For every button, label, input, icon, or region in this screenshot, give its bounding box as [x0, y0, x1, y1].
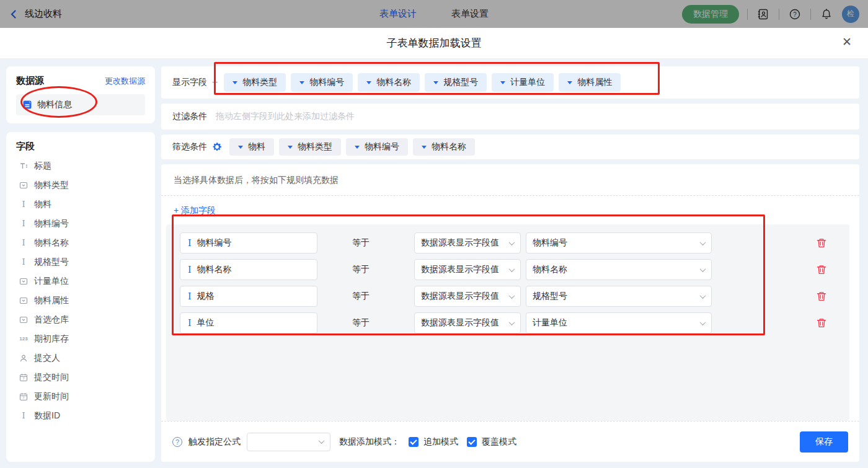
rule-field-box[interactable]: I物料编号 — [180, 232, 317, 254]
text-field-icon: I — [19, 219, 29, 229]
datasource-item[interactable]: 物料信息 — [16, 94, 145, 115]
dropdown-triangle-icon — [299, 81, 304, 84]
avatar[interactable]: 检 — [842, 6, 859, 23]
trash-icon[interactable] — [816, 317, 827, 329]
field-item[interactable]: 标题 — [16, 156, 145, 175]
field-item[interactable]: 123 期初库存 — [16, 329, 145, 348]
field-item-label: 物料 — [34, 199, 51, 210]
tab-form-design[interactable]: 表单设计 — [379, 8, 417, 20]
rule-target-select[interactable]: 物料名称 — [526, 259, 712, 280]
add-display-field-button[interactable]: + — [212, 77, 218, 88]
tag-label: 物料类型 — [298, 141, 332, 152]
close-icon[interactable]: ✕ — [842, 36, 852, 48]
field-item[interactable]: 物料属性 — [16, 291, 145, 310]
select-value: 数据源表显示字段值 — [421, 264, 499, 275]
display-field-tag[interactable]: 物料编号 — [291, 73, 353, 92]
chevron-down-icon — [700, 239, 706, 245]
rule-source-select[interactable]: 数据源表显示字段值 — [414, 259, 521, 280]
tag-label: 物料编号 — [365, 141, 399, 152]
rule-field-box[interactable]: I物料名称 — [180, 259, 317, 280]
bell-icon[interactable] — [819, 7, 834, 22]
field-item[interactable]: 提交人 — [16, 348, 145, 368]
field-item[interactable]: 首选仓库 — [16, 310, 145, 329]
rules-panel: I物料编号 等于 数据源表显示字段值 物料编号 I物料名称 等于 数据源表显示字… — [166, 224, 849, 421]
rules-card: 当选择具体数据后，将按如下规则填充数据 + 添加字段 I物料编号 等于 数据源表… — [161, 164, 859, 462]
contacts-icon[interactable] — [756, 7, 771, 22]
person-icon — [19, 353, 29, 363]
field-item[interactable]: 物料类型 — [16, 175, 145, 195]
override-mode-option[interactable]: 覆盖模式 — [467, 436, 516, 448]
field-item-label: 物料编号 — [34, 218, 69, 229]
field-item[interactable]: I 规格型号 — [16, 252, 145, 272]
field-item[interactable]: 计量单位 — [16, 272, 145, 291]
select-field-icon — [19, 296, 29, 306]
field-item[interactable]: I 物料名称 — [16, 233, 145, 252]
help-icon[interactable]: ? — [172, 437, 182, 447]
tag-label: 物料类型 — [242, 77, 277, 88]
screen-filter-tag[interactable]: 物料类型 — [279, 138, 341, 156]
rule-source-select[interactable]: 数据源表显示字段值 — [414, 312, 521, 333]
dropdown-triangle-icon — [232, 81, 237, 84]
display-field-tag[interactable]: 物料类型 — [224, 73, 286, 92]
screen-filter-tag[interactable]: 物料 — [229, 138, 274, 156]
add-field-link[interactable]: + 添加字段 — [161, 196, 228, 224]
display-field-tag[interactable]: 物料名称 — [358, 73, 420, 92]
field-item-label: 数据ID — [34, 410, 60, 422]
field-item[interactable]: I 物料 — [16, 195, 145, 214]
dropdown-triangle-icon — [355, 146, 360, 149]
display-fields-row: 显示字段 + 物料类型 物料编号 物料名称 规格型号 计量单位 物料属性 — [161, 66, 859, 99]
display-field-tag[interactable]: 规格型号 — [425, 73, 487, 92]
data-manage-button[interactable]: 数据管理 — [682, 5, 739, 24]
field-item-label: 物料名称 — [34, 237, 69, 249]
trash-icon[interactable] — [816, 237, 827, 249]
gear-icon[interactable] — [212, 142, 222, 152]
change-datasource-link[interactable]: 更改数据源 — [105, 76, 145, 87]
rule-target-select[interactable]: 计量单位 — [526, 312, 712, 333]
screen-filter-tag[interactable]: 物料编号 — [346, 138, 408, 156]
chevron-down-icon — [700, 293, 706, 299]
display-field-tag[interactable]: 物料属性 — [559, 73, 621, 92]
text-field-icon: I — [188, 318, 192, 328]
rule-field-label: 规格 — [197, 291, 215, 302]
dropdown-triangle-icon — [433, 81, 438, 84]
append-mode-option[interactable]: 追加模式 — [409, 436, 458, 448]
select-field-icon — [19, 315, 29, 325]
rule-field-box[interactable]: I单位 — [180, 312, 317, 333]
rule-source-select[interactable]: 数据源表显示字段值 — [414, 286, 521, 307]
formula-select[interactable] — [247, 433, 330, 451]
trash-icon[interactable] — [816, 291, 827, 302]
rule-source-select[interactable]: 数据源表显示字段值 — [414, 232, 521, 254]
help-icon[interactable]: ? — [787, 7, 802, 22]
append-mode-label: 追加模式 — [423, 436, 458, 448]
field-item[interactable]: 7 提交时间 — [16, 368, 145, 387]
title-field-icon — [19, 161, 29, 171]
chevron-down-icon — [509, 293, 515, 299]
field-item[interactable]: I 物料编号 — [16, 214, 145, 233]
tab-form-settings[interactable]: 表单设置 — [451, 8, 489, 20]
rule-target-select[interactable]: 规格型号 — [526, 286, 712, 307]
display-field-tag[interactable]: 计量单位 — [492, 73, 554, 92]
rule-row: I物料名称 等于 数据源表显示字段值 物料名称 — [174, 259, 842, 280]
rule-field-box[interactable]: I规格 — [180, 286, 317, 307]
rule-operator: 等于 — [352, 291, 371, 302]
save-button[interactable]: 保存 — [800, 431, 848, 453]
field-item[interactable]: I 数据ID — [16, 406, 145, 425]
checkbox-checked-icon[interactable] — [467, 437, 477, 447]
filter-drop-zone[interactable]: 过滤条件 拖动左侧字段到此处来添加过滤条件 — [161, 104, 859, 130]
trash-icon[interactable] — [816, 264, 827, 275]
checkbox-checked-icon[interactable] — [409, 437, 418, 447]
field-item[interactable]: 7 更新时间 — [16, 387, 145, 406]
dialog-footer: ? 触发指定公式 数据添加模式： 追加模式 覆盖模式 保存 — [161, 421, 859, 462]
divider — [747, 9, 748, 20]
chevron-down-icon — [509, 266, 515, 272]
back-chevron-icon[interactable] — [9, 9, 19, 19]
select-value: 规格型号 — [533, 291, 567, 302]
rule-target-select[interactable]: 物料编号 — [526, 232, 712, 254]
doc-icon — [22, 100, 32, 110]
screen-filter-tag[interactable]: 物料名称 — [413, 138, 475, 156]
sidebar: 数据源 更改数据源 物料信息 字段 标题 物料类型 I — [6, 66, 155, 462]
field-item-label: 计量单位 — [34, 276, 69, 287]
fields-card: 字段 标题 物料类型 I 物料 I 物料编号 — [6, 132, 155, 462]
override-mode-label: 覆盖模式 — [482, 436, 516, 448]
breadcrumb[interactable]: 线边收料 — [25, 8, 62, 20]
